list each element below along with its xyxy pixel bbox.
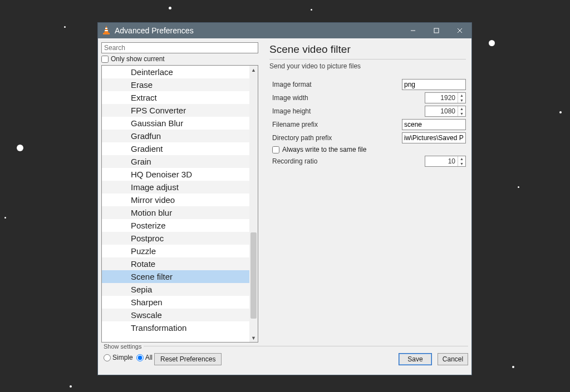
recording-ratio-spinbox[interactable]: 10 ▲▼ bbox=[425, 156, 466, 167]
spin-up-icon[interactable]: ▲ bbox=[458, 93, 465, 98]
spin-down-icon[interactable]: ▼ bbox=[458, 161, 465, 166]
settings-panel: Scene video filter Send your video to pi… bbox=[258, 42, 468, 343]
titlebar[interactable]: Advanced Preferences bbox=[98, 23, 471, 38]
panel-subtitle: Send your video to picture files bbox=[269, 62, 466, 70]
tree-item[interactable]: Scene filter bbox=[102, 270, 249, 283]
spin-up-icon[interactable]: ▲ bbox=[458, 106, 465, 111]
only-show-current-input[interactable] bbox=[101, 56, 109, 63]
save-button[interactable]: Save bbox=[399, 353, 432, 365]
tree-item[interactable]: Sharpen bbox=[102, 296, 249, 309]
svg-rect-1 bbox=[103, 33, 110, 34]
tree-item[interactable]: Postproc bbox=[102, 232, 249, 245]
tree-item[interactable]: Erase bbox=[102, 78, 249, 91]
tree-item[interactable]: Extract bbox=[102, 91, 249, 104]
maximize-button[interactable] bbox=[425, 23, 448, 38]
spin-down-icon[interactable]: ▼ bbox=[458, 111, 465, 116]
tree-item[interactable]: HQ Denoiser 3D bbox=[102, 168, 249, 181]
recording-ratio-label: Recording ratio bbox=[269, 157, 425, 165]
footer: Show settings Simple All Reset Preferenc… bbox=[101, 346, 468, 371]
tree-item[interactable]: Rotate bbox=[102, 257, 249, 270]
only-show-current-label: Only show current bbox=[111, 55, 165, 63]
scroll-up-icon[interactable]: ▲ bbox=[249, 66, 258, 74]
tree-item[interactable]: Mirror video bbox=[102, 193, 249, 206]
scroll-thumb[interactable] bbox=[250, 232, 257, 319]
close-button[interactable] bbox=[448, 23, 471, 38]
minimize-button[interactable] bbox=[401, 23, 425, 38]
svg-rect-5 bbox=[434, 28, 439, 33]
tree-item[interactable]: Motion blur bbox=[102, 206, 249, 219]
always-write-label: Always write to the same file bbox=[282, 146, 366, 153]
directory-label: Directory path prefix bbox=[269, 134, 402, 142]
image-width-spinbox[interactable]: 1920 ▲▼ bbox=[425, 92, 466, 103]
tree-item[interactable]: FPS Converter bbox=[102, 104, 249, 117]
tree-item[interactable]: Gradient bbox=[102, 142, 249, 155]
reset-preferences-button[interactable]: Reset Preferences bbox=[154, 353, 222, 365]
image-height-spinbox[interactable]: 1080 ▲▼ bbox=[425, 106, 466, 117]
svg-rect-3 bbox=[105, 30, 108, 31]
svg-rect-2 bbox=[105, 28, 107, 29]
only-show-current-checkbox[interactable]: Only show current bbox=[101, 55, 258, 63]
recording-ratio-value: 10 bbox=[425, 157, 458, 165]
spin-down-icon[interactable]: ▼ bbox=[458, 98, 465, 103]
filename-prefix-input[interactable] bbox=[402, 119, 466, 130]
tree-item[interactable]: Gaussian Blur bbox=[102, 117, 249, 130]
left-panel: Only show current DeinterlaceEraseExtrac… bbox=[101, 42, 258, 343]
always-write-input[interactable] bbox=[272, 146, 279, 153]
all-radio[interactable]: All bbox=[136, 354, 153, 361]
image-height-label: Image height bbox=[269, 107, 425, 115]
panel-title: Scene video filter bbox=[269, 43, 466, 56]
tree-item[interactable]: Swscale bbox=[102, 309, 249, 321]
tree-item[interactable]: Puzzle bbox=[102, 245, 249, 257]
tree-item[interactable]: Grain bbox=[102, 155, 249, 168]
preferences-window: Advanced Preferences Only show current D… bbox=[97, 22, 472, 375]
search-input[interactable] bbox=[101, 42, 258, 53]
image-format-input[interactable] bbox=[402, 79, 466, 90]
image-height-value: 1080 bbox=[425, 107, 458, 115]
spin-up-icon[interactable]: ▲ bbox=[458, 156, 465, 161]
tree-item[interactable]: Gradfun bbox=[102, 130, 249, 142]
vlc-cone-icon bbox=[102, 26, 110, 36]
tree-item[interactable]: Deinterlace bbox=[102, 66, 249, 78]
image-format-label: Image format bbox=[269, 81, 402, 88]
tree-item[interactable]: Image adjust bbox=[102, 181, 249, 193]
directory-input[interactable] bbox=[402, 132, 466, 143]
scroll-down-icon[interactable]: ▼ bbox=[249, 334, 258, 342]
always-write-checkbox[interactable]: Always write to the same file bbox=[272, 146, 466, 153]
image-width-label: Image width bbox=[269, 94, 425, 102]
tree-item[interactable]: Posterize bbox=[102, 219, 249, 232]
image-width-value: 1920 bbox=[425, 94, 458, 102]
svg-marker-0 bbox=[104, 26, 109, 33]
tree-item[interactable]: Sepia bbox=[102, 283, 249, 296]
filename-prefix-label: Filename prefix bbox=[269, 121, 402, 128]
tree-item[interactable]: Transformation bbox=[102, 321, 249, 334]
tree-scrollbar[interactable]: ▲ ▼ bbox=[249, 66, 258, 342]
simple-radio[interactable]: Simple bbox=[104, 354, 133, 361]
settings-tree: DeinterlaceEraseExtractFPS ConverterGaus… bbox=[101, 65, 258, 343]
cancel-button[interactable]: Cancel bbox=[438, 353, 468, 365]
show-settings-label: Show settings bbox=[101, 343, 144, 350]
window-title: Advanced Preferences bbox=[115, 26, 401, 35]
